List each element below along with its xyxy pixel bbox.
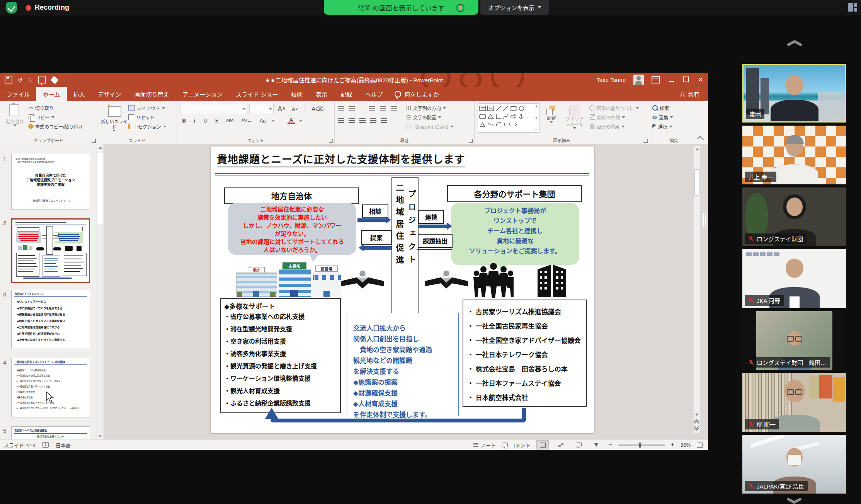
restore-button[interactable]: [682, 77, 689, 83]
tab-review[interactable]: 校閲: [284, 87, 309, 101]
align-text-button[interactable]: 文字の配置: [407, 112, 454, 122]
numbering-icon[interactable]: [349, 106, 355, 111]
zoom-out-button[interactable]: −: [608, 441, 612, 448]
shape-outline-button[interactable]: 図形の枠線: [590, 112, 639, 122]
smartart-button[interactable]: SmartArt に変換: [407, 122, 454, 131]
pen-mode-icon[interactable]: [51, 76, 59, 84]
thumbnail-slide-1[interactable]: 全国二地域居住等促進協議会様 （国土交通省国土政策局地方振興課御中） 会員自治体…: [11, 154, 90, 210]
close-button[interactable]: ✕: [697, 76, 704, 84]
participant-tile[interactable]: 常岡: [742, 64, 846, 123]
align-center-icon[interactable]: [349, 118, 355, 123]
new-slide-button[interactable]: 新しいスライド: [100, 103, 128, 132]
tab-animations[interactable]: アニメーション: [176, 87, 229, 101]
paragraph-dialog-launcher[interactable]: [469, 139, 473, 143]
line-spacing-icon[interactable]: [391, 106, 397, 111]
thumbnail-slide-4[interactable]: 二地域居住促進プロジェクトチーム 参加団体 ➤古民家ツーリズム推進協議会 ➤一般…: [11, 358, 90, 417]
zoom-slider[interactable]: [618, 444, 665, 446]
share-button[interactable]: 共有: [671, 87, 708, 101]
thumbnail-pane-scrollbar[interactable]: [97, 144, 104, 439]
chevron-down-icon[interactable]: [786, 498, 802, 504]
reading-view-button[interactable]: [573, 441, 584, 449]
find-button[interactable]: 検索: [652, 103, 696, 112]
drawing-dialog-launcher[interactable]: [643, 139, 648, 143]
share-divider-handle[interactable]: [703, 213, 708, 226]
character-spacing-button[interactable]: AV↔: [240, 118, 254, 123]
participant-tile[interactable]: ロングステイ財団: [742, 187, 846, 246]
redo-icon[interactable]: ↻: [28, 77, 33, 83]
tab-view[interactable]: 表示: [309, 87, 334, 101]
minimize-button[interactable]: [668, 77, 675, 83]
participant-tile[interactable]: JALPAK/宮野 浩臣: [742, 435, 846, 494]
arrange-button[interactable]: 配置: [543, 103, 560, 123]
tab-insert[interactable]: 挿入: [67, 87, 92, 101]
align-left-icon[interactable]: [338, 118, 344, 123]
font-size-combo[interactable]: [249, 104, 274, 114]
notes-button[interactable]: ノート: [473, 441, 496, 449]
align-right-icon[interactable]: [359, 118, 366, 123]
fit-to-window-icon[interactable]: [697, 443, 703, 448]
start-slideshow-icon[interactable]: [38, 77, 46, 83]
bullets-icon[interactable]: [338, 106, 344, 111]
view-options-button[interactable]: オプションを表示: [480, 0, 549, 15]
participant-tile[interactable]: 井上 幸一: [742, 126, 846, 184]
spellcheck-icon[interactable]: [42, 442, 49, 448]
scroll-up-icon[interactable]: [99, 146, 102, 149]
participant-tile[interactable]: 柳 順一: [742, 373, 846, 432]
tab-home[interactable]: ホーム: [36, 87, 67, 101]
account-name[interactable]: Take Tsune: [596, 77, 626, 83]
tell-me-search[interactable]: 何をしますか: [389, 87, 444, 101]
tab-slideshow[interactable]: スライド ショー: [229, 87, 284, 101]
language-indicator[interactable]: 日本語: [56, 441, 71, 449]
quick-styles-button[interactable]: クイック スタイル: [563, 103, 586, 129]
scrollbar-thumb[interactable]: [98, 153, 103, 225]
save-icon[interactable]: [5, 77, 12, 83]
tab-design[interactable]: デザイン: [92, 87, 128, 101]
paste-button[interactable]: 貼り付け: [3, 103, 27, 131]
clipboard-dialog-launcher[interactable]: [92, 139, 96, 143]
undo-icon[interactable]: ↺: [18, 77, 23, 83]
slide-canvas[interactable]: 貴地課題とニーズに正対した支援体制を提供します 地方自治体 各分野のサポート集団…: [211, 146, 594, 433]
font-dialog-launcher[interactable]: [329, 139, 333, 143]
format-painter-button[interactable]: 書式のコピー/貼り付け: [29, 122, 83, 131]
next-slide-button[interactable]: [695, 427, 699, 429]
scroll-down-icon[interactable]: [695, 414, 699, 416]
chevron-up-icon[interactable]: [787, 40, 802, 46]
scroll-up-icon[interactable]: [695, 148, 699, 150]
avatar[interactable]: [633, 75, 644, 85]
font-name-combo[interactable]: [180, 104, 247, 114]
scrollbar-thumb[interactable]: [694, 169, 699, 196]
zoom-slider-thumb[interactable]: [639, 443, 641, 448]
canvas-scrollbar[interactable]: [693, 146, 701, 433]
tab-record[interactable]: 記録: [334, 87, 359, 101]
thumbnail-slide-5[interactable]: 古民家ツーリズム推進協議会 提供可能な支援メニュー: [11, 426, 90, 439]
zoom-level[interactable]: 86%: [681, 442, 691, 448]
decrease-font-button[interactable]: A˅: [290, 106, 300, 112]
justify-icon[interactable]: [370, 118, 376, 123]
normal-view-button[interactable]: [536, 440, 549, 450]
columns-icon[interactable]: [381, 118, 387, 123]
decrease-indent-icon[interactable]: [369, 106, 375, 111]
scroll-down-icon[interactable]: [98, 435, 102, 437]
customize-qat-chevron-icon[interactable]: [63, 79, 66, 81]
change-case-button[interactable]: Aa: [258, 118, 268, 124]
increase-font-button[interactable]: A˄: [276, 106, 288, 112]
replace-button[interactable]: ab置換: [652, 112, 696, 122]
subscript-button[interactable]: abc: [224, 118, 235, 123]
ribbon-display-options-icon[interactable]: [652, 76, 660, 83]
thumbnail-slide-3[interactable]: 自治体にとってのメリット ◆ワンストップサービス ◆専門家集団のノウハウを吸収で…: [11, 290, 90, 349]
font-color-button[interactable]: A: [288, 117, 295, 124]
thumbnail-slide-2-selected[interactable]: [11, 218, 90, 283]
tab-help[interactable]: ヘルプ: [359, 87, 389, 101]
tab-transitions[interactable]: 画面切り替え: [128, 87, 176, 101]
participant-tile[interactable]: ロングステイ財団 鶴田…: [742, 311, 846, 370]
text-direction-button[interactable]: 文字列の方向: [407, 103, 454, 112]
zoom-in-button[interactable]: +: [671, 441, 674, 448]
section-button[interactable]: セクション: [128, 122, 166, 131]
participant-tile[interactable]: JKA 河野: [742, 249, 846, 308]
italic-button[interactable]: I: [192, 117, 197, 124]
previous-slide-button[interactable]: [695, 420, 699, 422]
underline-button[interactable]: U: [201, 117, 209, 124]
comments-button[interactable]: コメント: [502, 441, 530, 449]
shapes-gallery[interactable]: ▲▼≂: [478, 103, 539, 133]
shape-effects-button[interactable]: 図形の効果: [590, 122, 639, 131]
